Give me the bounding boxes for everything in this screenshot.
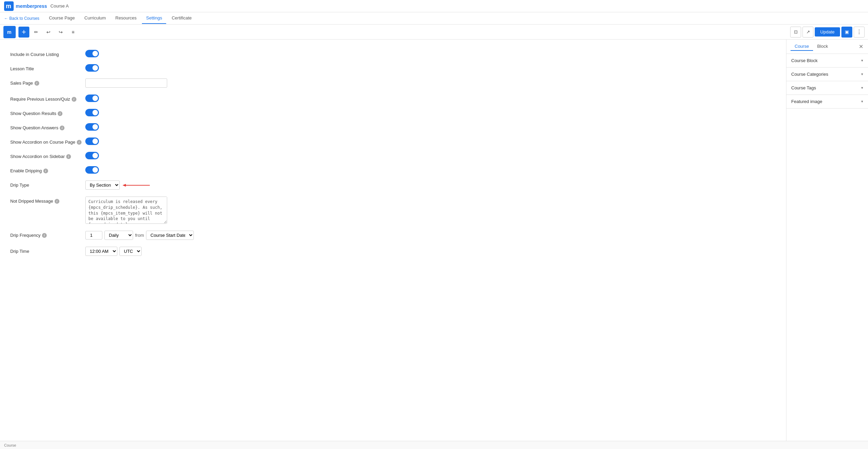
course-title: Course A (50, 3, 69, 9)
toggle-require-previous[interactable] (85, 95, 99, 102)
setting-require-previous: Require Previous Lesson/Quiz i (10, 91, 776, 105)
toggle-enable-dripping[interactable] (85, 166, 99, 174)
tab-settings[interactable]: Settings (142, 13, 166, 24)
control-drip-time: 12:00 AM 12:30 AM 1:00 AM UTC EST PST (85, 247, 776, 256)
add-block-button[interactable]: + (18, 27, 29, 38)
control-enable-dripping (85, 166, 776, 174)
toggle-lesson-title[interactable] (85, 64, 99, 72)
label-include-course-listing: Include in Course Listing (10, 50, 85, 57)
control-drip-type: By Section By Lesson By Date (85, 180, 776, 190)
setting-show-question-answers: Show Question Answers i (10, 120, 776, 134)
right-sidebar: Course Block ✕ Course Block ▾ Course Cat… (786, 40, 868, 441)
main-layout: Include in Course Listing Lesson Title (0, 40, 868, 441)
sidebar-accordion-featured-image: Featured image ▾ (786, 95, 868, 108)
logo: m memberpress (4, 1, 47, 11)
setting-include-course-listing: Include in Course Listing (10, 46, 776, 61)
drip-frequency-number[interactable] (85, 231, 102, 240)
drip-frequency-controls: Daily Weekly Monthly from Course Start D… (85, 231, 194, 240)
drip-frequency-info-icon: i (42, 233, 47, 238)
drip-type-select[interactable]: By Section By Lesson By Date (85, 180, 120, 190)
setting-sales-page: Sales Page i (10, 75, 776, 91)
from-label: from (135, 233, 144, 238)
toggle-show-question-results[interactable] (85, 109, 99, 116)
label-show-question-answers: Show Question Answers i (10, 123, 85, 130)
sidebar-tab-block[interactable]: Block (813, 42, 832, 51)
control-show-question-answers (85, 123, 776, 131)
view-button[interactable]: ⊡ (790, 27, 801, 38)
settings-content: Include in Course Listing Lesson Title (0, 40, 786, 441)
show-accordion-sidebar-info-icon: i (66, 154, 71, 159)
sidebar-accordion-course-categories-header[interactable]: Course Categories ▾ (786, 68, 868, 81)
edit-button[interactable]: ✏ (31, 27, 42, 38)
drip-time-tz-select[interactable]: UTC EST PST (119, 247, 142, 256)
chevron-down-icon: ▾ (861, 99, 863, 104)
toggle-show-accordion-sidebar[interactable] (85, 152, 99, 159)
drip-time-controls: 12:00 AM 12:30 AM 1:00 AM UTC EST PST (85, 247, 142, 256)
list-view-button[interactable]: ≡ (68, 27, 78, 38)
tab-curriculum[interactable]: Curriculum (80, 13, 110, 24)
setting-lesson-title: Lesson Title (10, 61, 776, 75)
control-show-question-results (85, 109, 776, 116)
label-require-previous: Require Previous Lesson/Quiz i (10, 95, 85, 102)
wp-icon-btn[interactable]: m (3, 26, 16, 38)
tab-course-page[interactable]: Course Page (45, 13, 79, 24)
update-button[interactable]: Update (815, 27, 840, 37)
label-show-accordion-course: Show Accordion on Course Page i (10, 137, 85, 145)
setting-show-accordion-course: Show Accordion on Course Page i (10, 134, 776, 148)
sidebar-accordion-course-categories: Course Categories ▾ (786, 68, 868, 81)
status-bar: Course (0, 441, 868, 449)
sidebar-accordion-featured-image-header[interactable]: Featured image ▾ (786, 95, 868, 108)
not-dripped-message-textarea[interactable]: Curriculum is released every {mpcs_drip_… (85, 197, 167, 224)
tab-certificate[interactable]: Certificate (168, 13, 196, 24)
back-to-courses-link[interactable]: ← Back to Courses (4, 16, 39, 21)
toggle-include-course-listing[interactable] (85, 50, 99, 57)
tab-resources[interactable]: Resources (111, 13, 141, 24)
nav-tabs: ← Back to Courses Course Page Curriculum… (0, 12, 868, 25)
control-show-accordion-sidebar (85, 152, 776, 159)
chevron-down-icon: ▾ (861, 86, 863, 90)
redo-button[interactable]: ↪ (55, 27, 66, 38)
enable-dripping-info-icon: i (43, 169, 48, 173)
control-include-course-listing (85, 50, 776, 57)
setting-drip-type: Drip Type By Section By Lesson By Date (10, 177, 776, 193)
setting-show-question-results: Show Question Results i (10, 105, 776, 120)
toolbar: m + ✏ ↩ ↪ ≡ ⊡ ↗ Update ▣ ⋮ (0, 25, 868, 40)
course-tags-label: Course Tags (791, 85, 816, 90)
show-accordion-course-info-icon: i (77, 140, 82, 145)
setting-enable-dripping: Enable Dripping i (10, 163, 776, 177)
svg-marker-4 (122, 184, 126, 187)
red-arrow-annotation (122, 183, 153, 187)
chevron-down-icon: ▾ (861, 58, 863, 63)
toggle-slider (85, 64, 99, 72)
svg-text:m: m (7, 29, 11, 35)
sidebar-tabs: Course Block (791, 42, 832, 51)
label-drip-time: Drip Time (10, 247, 85, 254)
toggle-show-question-answers[interactable] (85, 123, 99, 131)
toggle-slider (85, 109, 99, 116)
drip-frequency-period-select[interactable]: Daily Weekly Monthly (104, 231, 133, 240)
drip-frequency-from-select[interactable]: Course Start Date Enrollment Date Fixed … (146, 231, 194, 240)
show-question-results-info-icon: i (58, 111, 62, 116)
toggle-show-accordion-course[interactable] (85, 137, 99, 145)
drip-time-time-select[interactable]: 12:00 AM 12:30 AM 1:00 AM (85, 247, 117, 256)
sidebar-accordion-course-tags-header[interactable]: Course Tags ▾ (786, 81, 868, 95)
status-label: Course (4, 443, 16, 447)
sidebar-close-button[interactable]: ✕ (858, 43, 864, 50)
sidebar-accordion-course-tags: Course Tags ▾ (786, 81, 868, 95)
control-require-previous (85, 95, 776, 102)
sidebar-toggle-button[interactable]: ▣ (841, 27, 852, 38)
more-options-button[interactable]: ⋮ (854, 27, 865, 38)
svg-text:m: m (6, 3, 11, 10)
external-link-button[interactable]: ↗ (802, 27, 813, 38)
setting-not-dripped-message: Not Dripped Message i Curriculum is rele… (10, 193, 776, 227)
label-not-dripped-message: Not Dripped Message i (10, 197, 85, 204)
brand-bar: m memberpress Course A (0, 0, 868, 12)
sidebar-tab-course[interactable]: Course (791, 42, 813, 51)
sales-page-input[interactable] (85, 78, 167, 88)
featured-image-label: Featured image (791, 99, 822, 104)
brand-name: memberpress (16, 3, 47, 9)
sidebar-accordion-course-block-header[interactable]: Course Block ▾ (786, 54, 868, 67)
setting-drip-frequency: Drip Frequency i Daily Weekly Monthly fr… (10, 227, 776, 243)
undo-button[interactable]: ↩ (43, 27, 54, 38)
toggle-slider (85, 123, 99, 131)
